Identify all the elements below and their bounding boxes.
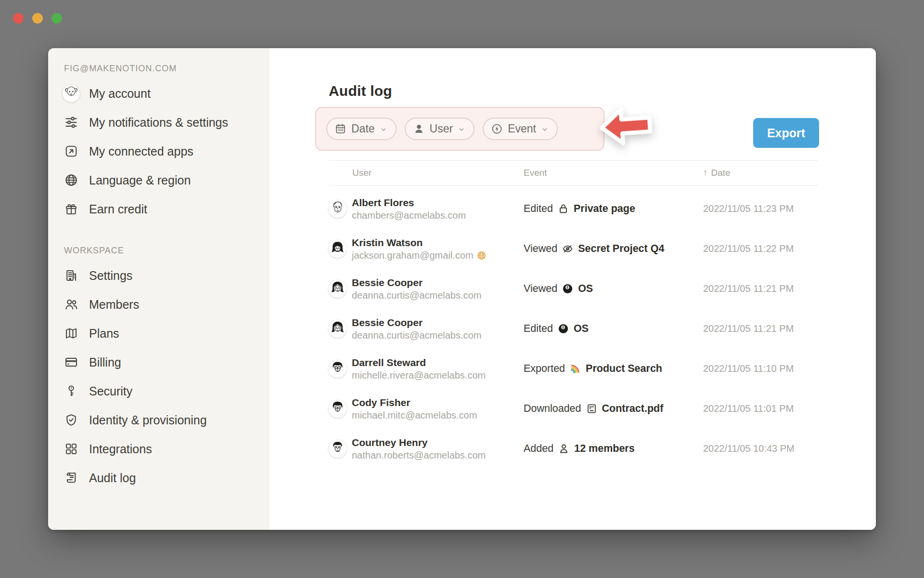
zoom-button[interactable]: [51, 13, 62, 24]
sidebar-item-settings[interactable]: Settings: [64, 261, 270, 290]
filter-label: Event: [508, 123, 536, 134]
user-email: chambers@acmelabs.com: [352, 210, 466, 221]
sidebar-item-label: Settings: [89, 269, 132, 283]
eye-off-icon: [562, 243, 574, 255]
eight-ball-icon: 8: [562, 283, 574, 295]
sidebar-item-billing[interactable]: Billing: [64, 348, 270, 377]
table-row: Bessie Cooperdeanna.curtis@acmelabs.comE…: [329, 309, 818, 349]
filter-date-button[interactable]: Date: [326, 118, 397, 140]
sidebar-item-security[interactable]: Security: [64, 377, 270, 406]
filter-highlight-box: DateUserEvent: [315, 107, 604, 151]
table-row: Kristin Watsonjackson.graham@gmail.comVi…: [329, 229, 818, 269]
column-header-date[interactable]: ↑ Date: [703, 168, 818, 178]
user-name: Cody Fisher: [352, 397, 477, 408]
sidebar-item-label: Earn credit: [89, 202, 147, 216]
event-date: 2022/11/05 11:01 PM: [703, 403, 818, 414]
sidebar-item-members[interactable]: Members: [64, 290, 270, 319]
chevron-down-icon: [458, 125, 465, 133]
user-email: michelle.rivera@acmelabs.com: [352, 370, 486, 381]
rainbow-icon: [569, 363, 581, 375]
sidebar-item-my-connected-apps[interactable]: My connected apps: [64, 137, 270, 166]
user-email: michael.mitc@acmelabs.com: [352, 410, 477, 420]
table-body: Albert Floreschambers@acmelabs.comEdited…: [329, 185, 818, 469]
user-name: Bessie Cooper: [352, 317, 481, 328]
sidebar-item-label: My notifications & settings: [89, 116, 228, 130]
sidebar-item-earn-credit[interactable]: Earn credit: [64, 195, 270, 223]
globe-icon: [64, 173, 78, 187]
event-target: OS: [574, 323, 589, 335]
sidebar-item-label: My account: [89, 87, 151, 101]
event-verb: Downloaded: [524, 403, 581, 415]
sidebar-item-my-notifications-settings[interactable]: My notifications & settings: [64, 108, 270, 137]
desktop-background: { "traffic_lights": { "close_color": "#e…: [0, 0, 924, 578]
table-row: Darrell Stewardmichelle.rivera@acmelabs.…: [329, 349, 818, 389]
globe-orange-icon: [476, 250, 487, 261]
building-icon: [64, 268, 78, 283]
user-email: jackson.graham@gmail.com: [352, 250, 487, 261]
sidebar-item-label: Security: [89, 384, 132, 398]
filter-event-button[interactable]: Event: [483, 118, 558, 140]
export-button[interactable]: Export: [753, 118, 819, 148]
person-icon: [558, 443, 570, 455]
identity-icon: [64, 413, 78, 427]
filter-label: Date: [351, 123, 375, 134]
user-name: Courtney Henry: [352, 437, 486, 448]
sidebar-item-language-region[interactable]: Language & region: [64, 166, 270, 195]
filter-user-button[interactable]: User: [405, 118, 475, 140]
sidebar: FIG@MAKENOTION.COM My accountMy notifica…: [48, 48, 270, 530]
sidebar-item-label: Audit log: [89, 471, 136, 485]
sidebar-item-label: Members: [89, 298, 139, 312]
chevron-down-icon: [380, 125, 387, 133]
minimize-button[interactable]: [32, 13, 43, 24]
table-row: Cody Fishermichael.mitc@acmelabs.comDown…: [329, 389, 818, 429]
event-date: 2022/11/05 11:21 PM: [703, 323, 818, 334]
event-target: Contract.pdf: [602, 403, 664, 415]
user-filled-icon: [413, 123, 425, 135]
table-row: Albert Floreschambers@acmelabs.comEdited…: [329, 189, 818, 229]
cody-fisher-avatar: [329, 400, 346, 418]
sidebar-workspace-list: SettingsMembersPlansBillingSecurityIdent…: [64, 261, 270, 492]
sidebar-item-plans[interactable]: Plans: [64, 319, 270, 348]
event-date: 2022/11/05 11:10 PM: [703, 363, 818, 374]
sliders-icon: [64, 115, 78, 130]
svg-text:8: 8: [562, 326, 564, 329]
event-target: OS: [578, 283, 593, 295]
event-target: Product Search: [586, 363, 662, 375]
audit-log-table: User Event ↑ Date Albert Floreschambers@…: [329, 160, 818, 469]
event-target: 12 members: [574, 443, 635, 455]
sidebar-item-label: Plans: [89, 327, 119, 341]
eight-ball-icon: 8: [557, 323, 569, 335]
sidebar-item-my-account[interactable]: My account: [64, 79, 270, 108]
sidebar-account-list: My accountMy notifications & settingsMy …: [64, 79, 270, 223]
main-panel: Audit log DateUserEvent Export User Even…: [270, 48, 876, 530]
calendar-icon: [334, 123, 346, 135]
sidebar-item-label: Billing: [89, 355, 121, 369]
close-button[interactable]: [13, 13, 24, 24]
column-header-user: User: [329, 168, 524, 178]
event-date: 2022/11/05 10:43 PM: [703, 443, 818, 454]
document-icon: [586, 403, 598, 415]
settings-window: FIG@MAKENOTION.COM My accountMy notifica…: [48, 48, 876, 530]
event-date: 2022/11/05 11:21 PM: [703, 283, 818, 294]
user-email: deanna.curtis@acmelabs.com: [352, 330, 481, 341]
kristin-watson-avatar: [329, 240, 346, 258]
column-header-event: Event: [524, 168, 703, 178]
table-header-row: User Event ↑ Date: [329, 160, 818, 185]
sidebar-item-label: Integrations: [89, 442, 152, 456]
sidebar-item-label: My connected apps: [89, 144, 193, 158]
plans-icon: [64, 326, 78, 341]
event-verb: Edited: [524, 323, 553, 335]
filter-label: User: [430, 123, 453, 134]
sidebar-item-integrations[interactable]: Integrations: [64, 434, 270, 463]
event-date: 2022/11/05 11:22 PM: [703, 243, 818, 254]
connected-apps-icon: [64, 144, 78, 158]
svg-text:8: 8: [566, 286, 568, 289]
bessie-cooper-avatar: [329, 280, 346, 298]
table-row: Courtney Henrynathan.roberts@acmelabs.co…: [329, 429, 818, 469]
sidebar-item-identity-provisioning[interactable]: Identity & provisioning: [64, 406, 270, 434]
user-name: Darrell Steward: [352, 357, 486, 368]
sidebar-item-audit-log[interactable]: Audit log: [64, 463, 270, 492]
courtney-henry-avatar: [329, 440, 346, 458]
event-date: 2022/11/05 11:23 PM: [703, 203, 818, 214]
albert-flores-avatar: [329, 200, 346, 218]
